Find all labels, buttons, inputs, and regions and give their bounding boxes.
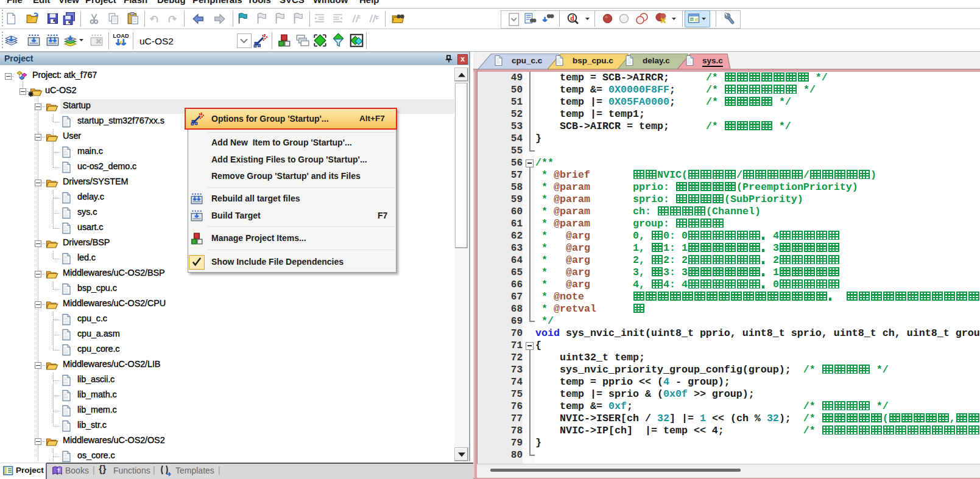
svg-text:?: ? [57, 468, 60, 474]
svg-text:d: d [570, 15, 574, 22]
svg-text:LOAD: LOAD [113, 33, 129, 39]
